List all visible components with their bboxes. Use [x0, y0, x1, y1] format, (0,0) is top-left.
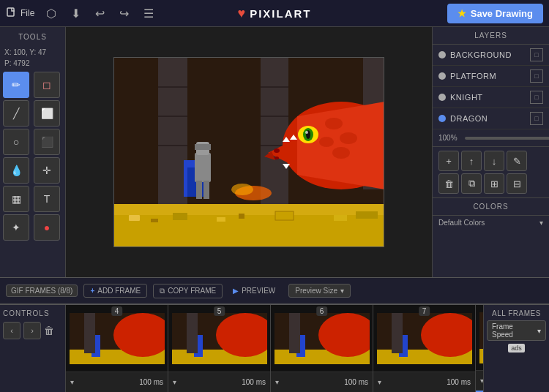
- layers-label: LAYERS: [433, 27, 549, 45]
- redo-button[interactable]: ↪: [116, 4, 132, 23]
- text-tool[interactable]: T: [34, 186, 60, 212]
- merge-layer-button[interactable]: ⊞: [484, 173, 504, 194]
- layer-background[interactable]: BACKGROUND □: [433, 45, 549, 66]
- frame-item-7[interactable]: 7 ▾ 100 ms: [373, 305, 476, 392]
- prev-frame-button[interactable]: ‹: [3, 322, 20, 339]
- spray-tool[interactable]: ●: [34, 214, 60, 241]
- frame-thumbnail-4: [70, 313, 165, 364]
- gif-bar: GIF FRAMES (8/8) + ADD FRAME ⧉ COPY FRAM…: [0, 277, 549, 304]
- topbar: File ⬡ ⬇ ↩ ↪ ☰ ♥ PIXILART ★ Save Drawing: [0, 0, 549, 27]
- coord-x: X: 100, Y: 47: [4, 47, 61, 58]
- move-tool[interactable]: ✛: [34, 157, 60, 184]
- layer-visibility-dragon[interactable]: □: [530, 112, 543, 125]
- pencil-tool[interactable]: ✏: [3, 72, 29, 98]
- move-up-button[interactable]: ↑: [461, 151, 482, 171]
- frame-speed-row-4: ▾ 100 ms: [66, 372, 168, 392]
- save-drawing-label: Save Drawing: [471, 8, 533, 19]
- all-frames-button[interactable]: ALL FRAMES: [492, 309, 541, 317]
- svg-rect-13: [129, 215, 140, 221]
- ads-badge: ads: [508, 344, 525, 353]
- select-tool[interactable]: ⬜: [34, 100, 60, 127]
- add-frame-button[interactable]: + ADD FRAME: [83, 284, 147, 298]
- logo: ♥ PIXILART: [237, 6, 311, 21]
- paint-bucket-tool[interactable]: ⬛: [34, 129, 60, 155]
- frame-thumbnail-6: [274, 313, 370, 364]
- frame-item-5[interactable]: 5 ▾ 100 ms: [168, 305, 271, 392]
- layer-dot-background: [438, 51, 446, 59]
- preview-size-button[interactable]: Preview Size ▾: [288, 284, 351, 298]
- svg-rect-16: [217, 217, 225, 222]
- menu-button[interactable]: ☰: [141, 4, 157, 23]
- copy-frame-button[interactable]: ⧉ COPY FRAME: [153, 284, 223, 298]
- opacity-slider[interactable]: [465, 137, 549, 140]
- add-frame-label: ADD FRAME: [97, 287, 141, 295]
- opacity-value: 100%: [438, 134, 458, 142]
- coord-info: X: 100, Y: 47 P: 4792: [3, 44, 62, 72]
- frame-speed-dropdown[interactable]: Frame Speed ▾: [487, 320, 546, 341]
- next-frame-button[interactable]: ›: [23, 322, 41, 339]
- layer-platform[interactable]: PLATFORM □: [433, 66, 549, 87]
- stamp-tool[interactable]: ▦: [3, 186, 29, 212]
- frame-speed-chevron-icon: ▾: [537, 327, 541, 335]
- logo-text: PIXILART: [250, 7, 311, 20]
- flatten-layer-button[interactable]: ⊟: [507, 173, 527, 194]
- preview-label: PREVIEW: [242, 287, 275, 295]
- svg-point-41: [274, 157, 279, 159]
- layer-dot-platform: [438, 72, 446, 80]
- frame-speed-row-8: ▾ 100 ms: [476, 370, 483, 391]
- frame-speed-7[interactable]: 100 ms: [447, 378, 471, 386]
- svg-rect-12: [114, 204, 384, 215]
- svg-rect-20: [356, 211, 378, 219]
- add-layer-button[interactable]: +: [438, 151, 459, 171]
- frame-speed-4[interactable]: 100 ms: [139, 378, 163, 386]
- move-down-button[interactable]: ↓: [484, 151, 504, 171]
- delete-layer-button[interactable]: 🗑: [438, 173, 459, 194]
- svg-rect-27: [203, 181, 209, 199]
- share-button[interactable]: ⬡: [43, 4, 59, 23]
- svg-point-37: [340, 132, 357, 144]
- file-menu[interactable]: File: [6, 7, 34, 19]
- frame-number-6: 6: [316, 306, 328, 316]
- save-drawing-button[interactable]: ★ Save Drawing: [447, 4, 543, 23]
- frame-thumbnail-8: [479, 312, 484, 363]
- coord-p: P: 4792: [4, 58, 61, 69]
- frame-item-8[interactable]: 8 ▾ 100 ms: [476, 305, 483, 392]
- line-tool[interactable]: ╱: [3, 100, 29, 127]
- file-icon: [6, 7, 18, 19]
- edit-layer-button[interactable]: ✎: [507, 151, 527, 171]
- canvas-area[interactable]: [66, 27, 432, 277]
- opacity-row: 100%: [433, 129, 549, 146]
- colors-section-label: COLORS: [433, 197, 549, 216]
- frames-right-controls: ALL FRAMES Frame Speed ▾ ads: [483, 305, 549, 392]
- layer-dragon[interactable]: DRAGON □: [433, 108, 549, 129]
- colors-chevron-icon: ▾: [539, 219, 543, 227]
- layer-name-background: BACKGROUND: [450, 50, 526, 59]
- frame-item-4[interactable]: 4 ▾ 100 ms: [66, 305, 168, 392]
- colors-default-row: Default Colors ▾: [433, 216, 549, 230]
- layer-dot-dragon: [438, 115, 446, 122]
- frame-item-6[interactable]: 6 ▾ 100 ms: [271, 305, 373, 392]
- logo-heart-icon: ♥: [237, 6, 245, 21]
- layer-visibility-background[interactable]: □: [530, 48, 543, 61]
- controls-sidebar: CONTROLS ‹ › 🗑: [0, 305, 66, 392]
- undo-button[interactable]: ↩: [92, 4, 108, 23]
- eyedropper-tool[interactable]: 💧: [3, 157, 29, 184]
- circle-tool[interactable]: ○: [3, 129, 29, 155]
- colors-default-label: Default Colors: [438, 219, 485, 227]
- layer-knight[interactable]: KNIGHT □: [433, 87, 549, 108]
- layer-visibility-platform[interactable]: □: [530, 69, 543, 83]
- svg-rect-26: [196, 181, 202, 199]
- frame-speed-5[interactable]: 100 ms: [242, 378, 266, 386]
- pixel-canvas[interactable]: [113, 57, 384, 247]
- frame-speed-6[interactable]: 100 ms: [344, 378, 368, 386]
- delete-frame-button[interactable]: 🗑: [44, 325, 54, 336]
- layer-visibility-knight[interactable]: □: [530, 91, 543, 104]
- eraser-tool[interactable]: ◻: [34, 72, 60, 98]
- frame-arrow-left-8: ▾: [480, 377, 483, 385]
- duplicate-layer-button[interactable]: ⧉: [461, 173, 482, 194]
- wand-tool[interactable]: ✦: [3, 214, 29, 241]
- download-button[interactable]: ⬇: [68, 4, 83, 23]
- add-icon: +: [90, 287, 94, 295]
- preview-button[interactable]: ▶ PREVIEW: [228, 284, 280, 297]
- preview-size-label: Preview Size: [295, 287, 337, 295]
